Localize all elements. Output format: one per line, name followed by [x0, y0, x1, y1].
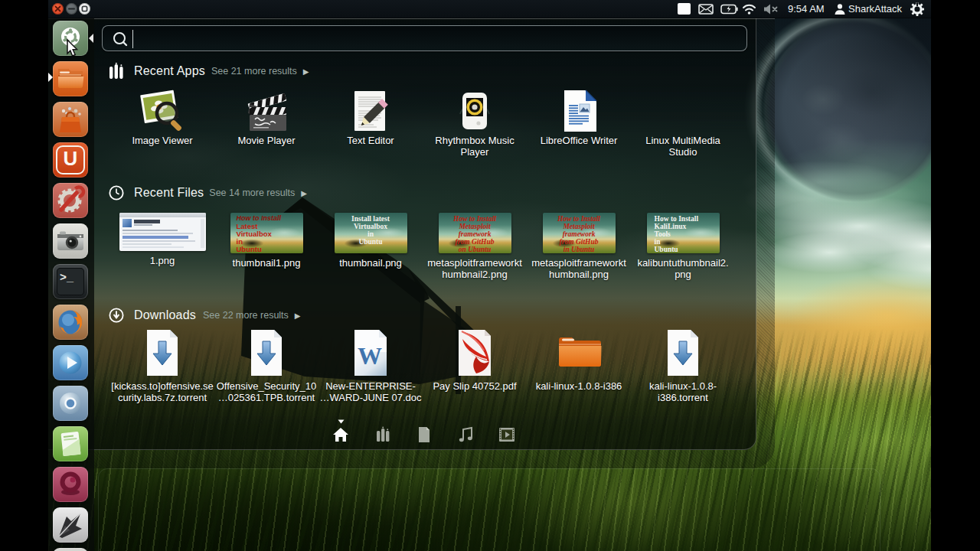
svg-text:W: W: [358, 342, 382, 370]
